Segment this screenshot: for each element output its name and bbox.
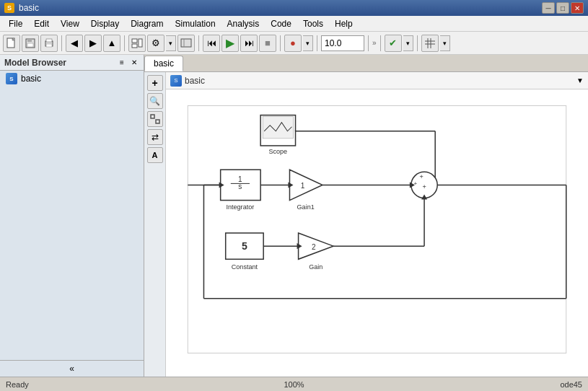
svg-text:5: 5 [242,240,247,252]
sim-time-input[interactable] [321,35,364,51]
toolbar-separator-2 [124,35,125,51]
sidebar-item-label: basic [21,74,41,84]
sidebar-header: Model Browser ≡ ✕ [0,55,144,71]
step-forward-button[interactable]: ⏭ [240,35,258,52]
tab-bar: basic [144,55,588,72]
diagram-canvas[interactable]: Scope 1 s Integrator 1 Gain1 [166,89,588,377]
title-bar: S basic ─ □ ✕ [0,0,588,16]
svg-text:+: + [419,173,423,180]
stop-button[interactable]: ■ [259,35,276,52]
menu-help[interactable]: Help [329,17,359,30]
svg-rect-11 [181,39,191,47]
plus-icon: + [152,77,157,89]
menu-view[interactable]: View [55,17,85,30]
zoom-button[interactable]: 🔍 [147,93,163,109]
sidebar-expand-icon[interactable]: ≡ [117,58,127,68]
zoom-icon: 🔍 [149,96,160,106]
maximize-button[interactable]: □ [556,2,569,14]
constant-label: Constant [232,263,258,271]
svg-text:+: + [422,183,426,190]
tab-basic[interactable]: basic [144,56,183,71]
status-ready: Ready [6,380,198,389]
menu-code[interactable]: Code [265,17,297,30]
close-button[interactable]: ✕ [571,2,584,14]
menu-analysis[interactable]: Analysis [221,17,266,30]
fit-icon [150,114,160,124]
model-browser: Model Browser ≡ ✕ S basic « [0,55,144,377]
svg-text:2: 2 [312,243,316,251]
diagram-breadcrumb: S basic ▼ [166,72,588,89]
check-dropdown[interactable]: ▾ [403,35,413,51]
content-area: basic + 🔍 ⇄ A [144,55,588,377]
new-button[interactable] [3,35,20,52]
title-bar-left: S basic [4,3,39,13]
text-icon: A [152,151,158,159]
back-button[interactable]: ◀ [66,35,83,52]
check-button[interactable]: ✔ [385,35,402,52]
gain-label: Gain [309,263,322,271]
minimize-button[interactable]: ─ [542,2,555,14]
add-block-button[interactable]: + [147,75,163,91]
grid-dropdown[interactable]: ▾ [440,35,450,51]
app-icon: S [4,3,14,13]
svg-rect-10 [139,39,142,47]
menu-edit[interactable]: Edit [28,17,55,30]
record-dropdown[interactable]: ▾ [303,35,313,51]
toolbar-separator-1 [61,35,62,51]
text-button[interactable]: A [147,147,163,163]
svg-rect-3 [27,39,32,42]
svg-rect-8 [132,39,137,43]
main-area: Model Browser ≡ ✕ S basic « basic + [0,55,588,377]
breadcrumb-icon: S [170,75,182,87]
svg-rect-18 [156,120,159,123]
gain1-label: Gain1 [297,203,315,211]
diagram-area: + 🔍 ⇄ A S basic ▼ [144,72,588,377]
sidebar-item-basic[interactable]: S basic [0,71,144,87]
toolbar-separator-5 [317,35,317,51]
svg-rect-17 [151,115,154,118]
sidebar-title: Model Browser [4,58,66,68]
run-button[interactable]: ▶ [221,35,239,52]
model-icon: S [6,73,17,84]
toolbar: ◀ ▶ ▲ ⚙ ▾ ⏮ ▶ ⏭ ■ ● ▾ » ✔ ▾ ▾ [0,32,588,55]
sidebar-close-icon[interactable]: ✕ [129,58,139,68]
menu-tools[interactable]: Tools [297,17,329,30]
forward-button[interactable]: ▶ [84,35,102,52]
gear-dropdown[interactable]: ▾ [166,35,176,51]
arrow-button[interactable]: ⇄ [147,129,163,145]
step-back-button[interactable]: ⏮ [203,35,220,52]
toolbar-separator-6 [368,35,369,51]
arrow-icon: ⇄ [152,132,159,142]
breadcrumb-label: basic [185,76,205,86]
up-button[interactable]: ▲ [103,35,120,52]
status-solver: ode45 [390,380,582,389]
toolbar-overflow: » [372,39,377,47]
print-button[interactable] [40,35,58,52]
menu-file[interactable]: File [3,17,28,30]
diagram-svg: Scope 1 s Integrator 1 Gain1 [166,89,588,377]
menu-bar: File Edit View Display Diagram Simulatio… [0,16,588,32]
svg-text:s: s [238,183,242,190]
gear-button[interactable]: ⚙ [147,35,164,52]
grid-button[interactable] [421,35,439,52]
model-settings-button[interactable] [128,35,146,52]
menu-display[interactable]: Display [85,17,125,30]
scope-label: Scope [268,148,287,155]
menu-simulation[interactable]: Simulation [170,17,221,30]
fit-button[interactable] [147,111,163,127]
menu-diagram[interactable]: Diagram [125,17,169,30]
collapse-icon: « [69,364,74,374]
svg-rect-7 [46,44,52,47]
library-button[interactable] [177,35,195,52]
sidebar-collapse-button[interactable]: « [0,360,144,377]
breadcrumb-dropdown[interactable]: ▼ [576,76,584,84]
toolbar-separator-3 [198,35,199,51]
svg-text:1: 1 [301,182,305,190]
status-bar: Ready 100% ode45 [0,377,588,391]
sidebar-icons: ≡ ✕ [117,58,139,68]
status-zoom: 100% [198,380,390,389]
save-button[interactable] [22,35,39,52]
toolbar-separator-4 [280,35,281,51]
toolbar-separator-8 [417,35,418,51]
record-button[interactable]: ● [284,35,302,52]
